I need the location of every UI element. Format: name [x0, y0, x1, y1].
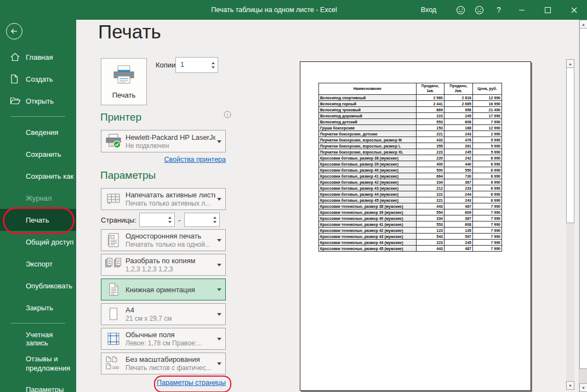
- info-icon[interactable]: i: [224, 111, 231, 121]
- one-sided-dropdown[interactable]: Односторонняя печатьПечатать только на о…: [101, 229, 226, 251]
- product-name-cell: Кроссовки теннисные, размер 41 (мужские): [319, 221, 417, 228]
- preview-scrollbar-thumb[interactable]: [566, 67, 574, 223]
- chevron-down-icon: [217, 264, 221, 269]
- collation-dropdown[interactable]: Разобрать по копиям1,2,3 1,2,3 1,2,3: [101, 254, 226, 276]
- sidebar-item-feedback[interactable]: Отзывы и предложения: [0, 350, 76, 378]
- sidebar-item-label: Учетная запись: [26, 331, 76, 347]
- product-name-cell: Велосипед спортивный: [319, 95, 417, 101]
- page-title: Печать: [98, 21, 161, 43]
- sidebar-item-export[interactable]: Экспорт: [0, 253, 76, 275]
- scroll-up-icon[interactable]: ▲: [566, 59, 574, 68]
- sidebar-item-history: Журнал: [0, 187, 76, 209]
- value-cell: 6 990: [473, 191, 502, 197]
- sidebar-item-share[interactable]: Общий доступ: [0, 231, 76, 253]
- value-cell: 400: [417, 161, 444, 167]
- sidebar-item-account[interactable]: Учетная запись: [0, 328, 76, 350]
- sidebar-item-close[interactable]: Закрыть: [0, 297, 76, 319]
- pages-to-input[interactable]: [184, 213, 220, 227]
- print-what-dropdown[interactable]: Напечатать активные листыПечать только а…: [101, 188, 226, 210]
- printer-status: Не подключен: [126, 142, 215, 150]
- smiley-icon[interactable]: [451, 0, 470, 20]
- margins-dropdown[interactable]: Обычные поляЛевое: 1,78 см Правое:...: [101, 328, 226, 350]
- collation-text: Разобрать по копиям1,2,3 1,2,3 1,2,3: [126, 257, 225, 273]
- sidebar-divider: [11, 323, 65, 323]
- orientation-text: Книжная ориентация: [126, 286, 225, 294]
- settings-section-heading: Параметры: [100, 169, 156, 181]
- sidebar-item-open[interactable]: Открыть: [0, 90, 76, 112]
- copies-input[interactable]: 1: [175, 57, 218, 73]
- copies-label: Копии:: [156, 61, 178, 69]
- paper-size-dropdown[interactable]: A421 см x 29,7 см: [101, 303, 226, 325]
- sidebar-item-label: Общий доступ: [26, 238, 73, 246]
- value-cell: 2 441: [417, 101, 444, 107]
- value-cell: 223: [417, 240, 444, 246]
- sidebar-item-publish[interactable]: Опубликовать: [0, 275, 76, 297]
- value-cell: 244: [444, 191, 473, 197]
- sidebar-item-save-as[interactable]: Сохранить как: [0, 165, 76, 187]
- print-settings: Напечатать активные листыПечать только а…: [101, 188, 226, 377]
- product-name-cell: Кроссовки теннисные, размер 42 (мужские): [319, 228, 417, 234]
- value-cell: 869: [417, 107, 444, 113]
- value-cell: 243: [444, 197, 473, 203]
- preview-scrollbar[interactable]: ▲ ▼: [566, 59, 574, 390]
- value-cell: 7 990: [473, 240, 502, 246]
- sign-in-button[interactable]: Вход: [413, 0, 444, 20]
- sidebar-item-print[interactable]: Печать: [0, 209, 76, 231]
- scaling-dropdown[interactable]: 100Без масштабированияПечать листов с фа…: [101, 353, 226, 374]
- minimize-icon[interactable]: [509, 0, 534, 20]
- orientation-dropdown[interactable]: Книжная ориентация: [101, 279, 226, 300]
- print-button[interactable]: Печать: [101, 58, 147, 105]
- page-setup-link[interactable]: Параметры страницы: [101, 379, 226, 387]
- sidebar-item-info[interactable]: Сведения: [0, 121, 76, 143]
- back-button[interactable]: [6, 23, 22, 39]
- new-document-icon: [10, 74, 26, 84]
- value-cell: 123: [417, 228, 444, 234]
- value-cell: 220: [417, 155, 444, 161]
- printer-section-heading: Принтер: [100, 111, 141, 123]
- printer-dropdown[interactable]: Hewlett-Packard HP LaserJe... Не подключ…: [101, 130, 226, 152]
- printer-properties-link[interactable]: Свойства принтера: [101, 156, 226, 163]
- help-icon[interactable]: ?: [488, 0, 509, 20]
- copies-stepper[interactable]: [209, 58, 218, 72]
- pages-from-input-value: [140, 213, 166, 226]
- scroll-down-icon[interactable]: ▼: [566, 381, 574, 390]
- pages-from-input[interactable]: [139, 213, 175, 227]
- sidebar-item-new[interactable]: Создать: [0, 68, 76, 90]
- frowny-icon[interactable]: [470, 0, 488, 20]
- pages-label: Страницы:: [101, 216, 139, 224]
- sidebar-item-label: Опубликовать: [26, 282, 72, 290]
- pages-from-input-stepper[interactable]: [166, 213, 174, 226]
- one-sided-subtitle: Печатать только на одной...: [126, 241, 215, 248]
- product-name-cell: Кроссовки теннисные, размер 38 (мужские): [319, 203, 417, 209]
- value-cell: 334: [417, 179, 444, 185]
- table-row: Велосипед детский5536087 990: [319, 119, 502, 125]
- chevron-down-icon: [217, 140, 221, 145]
- value-cell: 367: [444, 215, 473, 221]
- product-name-cell: Велосипед горный: [319, 101, 417, 107]
- value-cell: 6 990: [473, 167, 502, 173]
- maximize-icon[interactable]: [534, 0, 561, 20]
- sidebar-item-options[interactable]: Параметры: [0, 378, 76, 392]
- table-row: Кроссовки беговые, размер 44 (мужские)22…: [319, 191, 502, 197]
- table-row: Кроссовки беговые, размер 40 (мужские)50…: [319, 167, 502, 173]
- margins-title: Обычные поля: [126, 331, 215, 339]
- table-row: Кроссовки беговые, размер 41 (мужские)66…: [319, 173, 502, 179]
- sidebar-item-save[interactable]: Сохранить: [0, 143, 76, 165]
- scroll-up-icon[interactable]: ▲: [579, 20, 587, 29]
- svg-text:100: 100: [112, 365, 119, 370]
- paper-size-text: A421 см x 29,7 см: [126, 306, 225, 322]
- sidebar-item-home[interactable]: Главная: [0, 46, 76, 68]
- close-icon[interactable]: [561, 0, 587, 20]
- svg-text:i: i: [227, 112, 229, 117]
- value-cell: 553: [417, 221, 444, 228]
- product-name-cell: Кроссовки теннисные, размер 45 (мужские): [319, 246, 417, 252]
- backstage-scrollbar[interactable]: ▲ ▼: [579, 20, 587, 392]
- pages-to-input-stepper[interactable]: [210, 213, 219, 226]
- backstage-scrollbar-thumb[interactable]: [579, 28, 587, 369]
- scroll-down-icon[interactable]: ▼: [579, 383, 587, 392]
- sidebar-menu: ГлавнаяСоздатьОткрытьСведенияСохранитьСо…: [0, 46, 76, 392]
- value-cell: 7 990: [473, 119, 502, 125]
- home-icon: [10, 52, 26, 62]
- open-folder-icon: [10, 96, 26, 105]
- value-cell: 135: [444, 228, 473, 234]
